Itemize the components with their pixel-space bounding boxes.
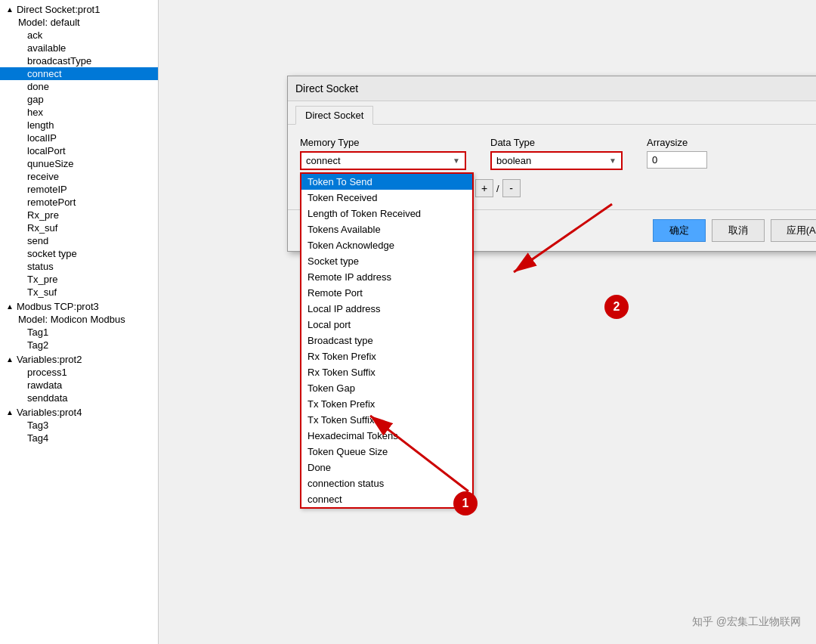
tree-arrow-vars2: ▲ <box>6 355 14 364</box>
data-type-value: boolean <box>496 155 609 166</box>
data-type-label: Data Type <box>490 137 623 148</box>
tree-item-senddata[interactable]: senddata <box>0 392 158 404</box>
tree-item-connect[interactable]: connect <box>0 67 158 80</box>
tree-section-label-vars4: Variables:prot4 <box>17 407 82 418</box>
form-group-arraysize: Arraysize <box>647 137 707 169</box>
tree-item-rx-suf[interactable]: Rx_suf <box>0 221 158 234</box>
tree-item-rx-pre[interactable]: Rx_pre <box>0 209 158 221</box>
dropdown-item-token-acknowledge[interactable]: Token Acknowledge <box>301 237 472 253</box>
dropdown-item-remote-port[interactable]: Remote Port <box>301 285 472 301</box>
form-row-main: Memory Type connect ▼ Token To Send Toke… <box>300 137 816 170</box>
tree-section-label-modbus: Modbus TCP:prot3 <box>17 301 99 312</box>
dropdown-item-rx-token-suffix[interactable]: Rx Token Suffix <box>301 364 472 380</box>
form-group-memory-type: Memory Type connect ▼ Token To Send Toke… <box>300 137 466 170</box>
tree-item-tag1[interactable]: Tag1 <box>0 326 158 339</box>
svg-line-3 <box>514 204 612 272</box>
tree-item-modicon[interactable]: Model: Modicon Modbus <box>0 313 158 326</box>
arrow-1-svg <box>348 401 484 506</box>
memory-type-dropdown-arrow-icon: ▼ <box>453 156 460 165</box>
dropdown-item-local-port[interactable]: Local port <box>301 317 472 333</box>
arraysize-label: Arraysize <box>647 137 707 148</box>
form-group-data-type: Data Type boolean ▼ <box>490 137 623 170</box>
data-type-select[interactable]: boolean ▼ <box>490 151 623 170</box>
dropdown-item-rx-token-prefix[interactable]: Rx Token Prefix <box>301 348 472 364</box>
tree-item-remoteport[interactable]: remotePort <box>0 196 158 209</box>
dropdown-item-local-ip[interactable]: Local IP address <box>301 301 472 317</box>
data-type-dropdown-arrow-icon: ▼ <box>609 156 617 165</box>
dropdown-item-token-to-send[interactable]: Token To Send <box>301 174 472 190</box>
tree-item-model[interactable]: Model: default <box>0 16 158 29</box>
tree-arrow-vars4: ▲ <box>6 408 14 416</box>
dropdown-item-token-received[interactable]: Token Received <box>301 190 472 206</box>
memory-type-label: Memory Type <box>300 137 466 148</box>
tree-section-label-vars2: Variables:prot2 <box>17 354 82 365</box>
tree-item-receive[interactable]: receive <box>0 170 158 183</box>
tree-item-qunuesize[interactable]: qunueSize <box>0 157 158 170</box>
tree-panel: ▲ Direct Socket:prot1 Model: default ack… <box>0 0 159 644</box>
tree-item-tx-suf[interactable]: Tx_suf <box>0 286 158 299</box>
tree-item-ack[interactable]: ack <box>0 29 158 42</box>
dropdown-item-socket-type[interactable]: Socket type <box>301 253 472 269</box>
tree-item-remoteip[interactable]: remoteIP <box>0 183 158 196</box>
tree-item-available[interactable]: available <box>0 42 158 54</box>
tree-item-process1[interactable]: process1 <box>0 366 158 379</box>
dialog-title: Direct Socket <box>295 82 358 94</box>
tab-direct-socket[interactable]: Direct Socket <box>295 106 373 125</box>
tree-item-tag4[interactable]: Tag4 <box>0 432 158 444</box>
tree-item-localport[interactable]: localPort <box>0 144 158 157</box>
apply-button[interactable]: 应用(A) <box>771 219 816 242</box>
tree-item-tag2[interactable]: Tag2 <box>0 339 158 351</box>
dialog-title-bar: Direct Socket ✕ <box>288 76 816 101</box>
tree-item-rawdata[interactable]: rawdata <box>0 379 158 392</box>
dropdown-item-length-token-received[interactable]: Length of Token Received <box>301 206 472 221</box>
tree-section-variables-prot2[interactable]: ▲ Variables:prot2 <box>0 353 158 366</box>
plus-minus-separator: / <box>496 183 499 194</box>
tree-item-status[interactable]: status <box>0 260 158 273</box>
tree-section-direct-socket[interactable]: ▲ Direct Socket:prot1 <box>0 3 158 16</box>
dropdown-item-tokens-available[interactable]: Tokens Available <box>301 221 472 237</box>
tree-item-gap[interactable]: gap <box>0 93 158 106</box>
arrow-2-svg <box>499 197 650 317</box>
arraysize-input[interactable] <box>647 151 707 169</box>
tree-item-localip[interactable]: localIP <box>0 132 158 144</box>
tree-item-done[interactable]: done <box>0 80 158 93</box>
tree-section-variables-prot4[interactable]: ▲ Variables:prot4 <box>0 406 158 419</box>
tree-item-socket-type[interactable]: socket type <box>0 247 158 260</box>
memory-type-dropdown-wrapper: connect ▼ Token To Send Token Received L… <box>300 151 466 170</box>
svg-line-1 <box>370 416 468 491</box>
tree-arrow: ▲ <box>6 5 14 14</box>
dropdown-item-token-gap[interactable]: Token Gap <box>301 380 472 396</box>
minus-button[interactable]: - <box>502 179 521 197</box>
tree-arrow-modbus: ▲ <box>6 302 14 311</box>
tree-section-label: Direct Socket:prot1 <box>17 4 100 15</box>
tree-item-hex[interactable]: hex <box>0 106 158 119</box>
dialog-tab-bar: Direct Socket <box>288 101 816 125</box>
tree-item-broadcasttype[interactable]: broadcastType <box>0 54 158 67</box>
tree-item-length[interactable]: length <box>0 119 158 132</box>
main-area: Direct Socket ✕ Direct Socket Memory Typ… <box>159 0 816 644</box>
memory-type-value: connect <box>306 155 453 166</box>
dropdown-item-broadcast-type[interactable]: Broadcast type <box>301 333 472 348</box>
plus-button[interactable]: + <box>475 179 493 197</box>
dropdown-item-remote-ip[interactable]: Remote IP address <box>301 269 472 285</box>
tree-item-send[interactable]: send <box>0 234 158 247</box>
watermark: 知乎 @宏集工业物联网 <box>692 615 801 629</box>
tree-item-tx-pre[interactable]: Tx_pre <box>0 273 158 286</box>
tree-item-tag3[interactable]: Tag3 <box>0 419 158 432</box>
confirm-button[interactable]: 确定 <box>653 219 706 242</box>
cancel-button[interactable]: 取消 <box>712 219 765 242</box>
memory-type-select[interactable]: connect ▼ <box>300 151 466 170</box>
tree-section-modbus-tcp[interactable]: ▲ Modbus TCP:prot3 <box>0 300 158 313</box>
